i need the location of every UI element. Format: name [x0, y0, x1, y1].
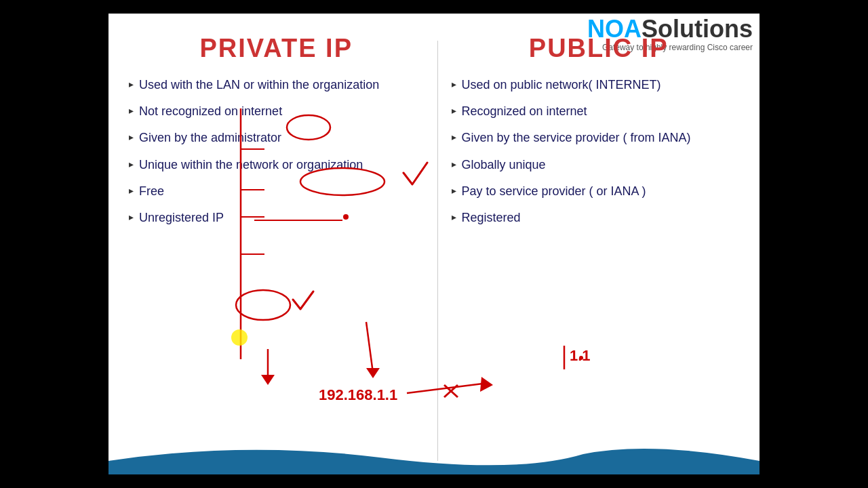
bullet-text: Pay to service provider ( or IANA ): [462, 183, 646, 200]
bullet-icon: ▸: [452, 211, 456, 224]
list-item: ▸ Not recognized on internet: [129, 103, 424, 120]
bullet-text: Free: [139, 183, 164, 200]
bullet-icon: ▸: [452, 78, 456, 92]
bullet-icon: ▸: [129, 104, 134, 118]
bottom-decoration: [108, 441, 760, 474]
content-area: PRIVATE IP ▸ Used with the LAN or within…: [108, 14, 760, 474]
bullet-icon: ▸: [129, 78, 134, 92]
list-item: ▸ Unregistered IP: [129, 209, 424, 226]
bullet-text: Globally unique: [462, 157, 546, 174]
bullet-icon: ▸: [452, 158, 456, 171]
list-item: ▸ Globally unique: [452, 157, 747, 174]
bullet-icon: ▸: [452, 104, 456, 118]
public-ip-column: PUBLIC IP ▸ Used on public network( INTE…: [438, 27, 760, 474]
list-item: ▸ Unique within the network or organizat…: [129, 157, 424, 174]
bullet-text: Recognized on internet: [462, 103, 587, 120]
bullet-icon: ▸: [129, 131, 134, 144]
private-ip-list: ▸ Used with the LAN or within the organi…: [129, 77, 424, 226]
list-item: ▸ Given by the service provider ( from I…: [452, 129, 747, 146]
bullet-text: Given by the service provider ( from IAN…: [462, 129, 691, 146]
list-item: ▸ Used with the LAN or within the organi…: [129, 77, 424, 94]
list-item: ▸ Registered: [452, 209, 747, 226]
slide: NOASolutions Gateway to highly rewarding…: [108, 14, 760, 474]
bullet-icon: ▸: [129, 211, 134, 224]
public-ip-title: PUBLIC IP: [452, 34, 747, 63]
bullet-text: Not recognized on internet: [139, 103, 282, 120]
list-item: ▸ Recognized on internet: [452, 103, 747, 120]
bullet-text: Given by the administrator: [139, 129, 281, 146]
bullet-icon: ▸: [452, 131, 456, 144]
list-item: ▸ Pay to service provider ( or IANA ): [452, 183, 747, 200]
list-item: ▸ Given by the administrator: [129, 129, 424, 146]
bullet-icon: ▸: [129, 184, 134, 198]
bullet-text: Registered: [462, 209, 521, 226]
private-ip-column: PRIVATE IP ▸ Used with the LAN or within…: [108, 27, 437, 474]
bullet-text: Unique within the network or organizatio…: [139, 157, 363, 174]
list-item: ▸ Free: [129, 183, 424, 200]
bullet-text: Unregistered IP: [139, 209, 224, 226]
private-ip-title: PRIVATE IP: [129, 34, 424, 63]
bullet-icon: ▸: [129, 158, 134, 171]
bullet-text: Used on public network( INTERNET): [462, 77, 661, 94]
bullet-text: Used with the LAN or within the organiza…: [139, 77, 379, 94]
list-item: ▸ Used on public network( INTERNET): [452, 77, 747, 94]
public-ip-list: ▸ Used on public network( INTERNET) ▸ Re…: [452, 77, 747, 226]
bullet-icon: ▸: [452, 184, 456, 198]
